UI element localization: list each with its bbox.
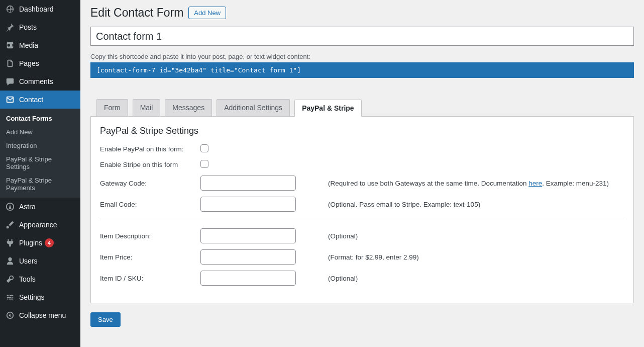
astra-icon <box>5 202 15 212</box>
main-content: Edit Contact Form Add New Copy this shor… <box>80 0 644 347</box>
menu-posts[interactable]: Posts <box>0 18 80 36</box>
menu-label: Astra <box>19 203 36 211</box>
menu-pages[interactable]: Pages <box>0 54 80 72</box>
save-button[interactable]: Save <box>90 312 121 327</box>
plugin-icon <box>5 238 15 248</box>
item-sku-note: (Optional) <box>328 275 358 282</box>
menu-appearance[interactable]: Appearance <box>0 216 80 234</box>
tab-additional-settings[interactable]: Additional Settings <box>217 99 290 116</box>
page-header: Edit Contact Form Add New <box>90 0 634 27</box>
email-code-input[interactable] <box>200 197 296 212</box>
email-code-label: Email Code: <box>100 201 200 208</box>
menu-label: Plugins <box>19 239 42 247</box>
mail-icon <box>5 95 15 105</box>
enable-stripe-label: Enable Stripe on this form <box>100 161 200 168</box>
tab-mail[interactable]: Mail <box>133 99 161 116</box>
tab-form[interactable]: Form <box>96 99 128 116</box>
item-description-note: (Optional) <box>328 232 358 240</box>
documentation-link[interactable]: here <box>528 180 542 187</box>
menu-label: Tools <box>19 275 36 283</box>
submenu-contact: Contact Forms Add New Integration PayPal… <box>0 109 80 198</box>
enable-paypal-checkbox[interactable] <box>200 144 208 152</box>
menu-label: Media <box>19 41 38 49</box>
submenu-integration[interactable]: Integration <box>0 139 80 152</box>
tab-paypal-stripe[interactable]: PayPal & Stripe <box>294 100 362 117</box>
item-description-label: Item Description: <box>100 232 200 240</box>
gateway-code-label: Gateway Code: <box>100 180 200 187</box>
note-text: . Example: menu-231) <box>542 180 609 187</box>
shortcode-hint: Copy this shortcode and paste it into yo… <box>90 53 634 60</box>
item-price-note: (Format: for $2.99, enter 2.99) <box>328 253 419 261</box>
menu-label: Comments <box>19 77 53 85</box>
item-price-input[interactable] <box>200 249 296 265</box>
note-text: (Required to use both Gateways at the sa… <box>328 180 528 187</box>
divider <box>100 219 624 219</box>
menu-label: Dashboard <box>19 5 54 13</box>
email-code-note: (Optional. Pass email to Stripe. Example… <box>328 201 480 208</box>
gateway-code-input[interactable] <box>200 176 296 191</box>
menu-settings[interactable]: Settings <box>0 288 80 306</box>
menu-media[interactable]: Media <box>0 36 80 54</box>
menu-contact[interactable]: Contact <box>0 91 80 109</box>
enable-stripe-checkbox[interactable] <box>200 160 208 168</box>
menu-label: Contact <box>19 96 43 104</box>
media-icon <box>5 40 15 50</box>
user-icon <box>5 256 15 266</box>
menu-collapse[interactable]: Collapse menu <box>0 306 80 324</box>
add-new-button[interactable]: Add New <box>188 7 226 19</box>
panel-heading: PayPal & Stripe Settings <box>100 126 624 136</box>
menu-users[interactable]: Users <box>0 252 80 270</box>
admin-sidebar: Dashboard Posts Media Pages Comments Con… <box>0 0 80 347</box>
menu-astra[interactable]: Astra <box>0 198 80 216</box>
form-title-input[interactable] <box>90 27 634 46</box>
settings-panel: PayPal & Stripe Settings Enable PayPal o… <box>90 116 634 303</box>
item-price-label: Item Price: <box>100 253 200 261</box>
sliders-icon <box>5 292 15 302</box>
pin-icon <box>5 22 15 32</box>
enable-paypal-label: Enable PayPal on this form: <box>100 145 200 153</box>
menu-label: Collapse menu <box>19 311 66 319</box>
tab-messages[interactable]: Messages <box>165 99 212 116</box>
menu-dashboard[interactable]: Dashboard <box>0 0 80 18</box>
brush-icon <box>5 220 15 230</box>
pages-icon <box>5 58 15 68</box>
submenu-contact-forms[interactable]: Contact Forms <box>0 112 80 125</box>
shortcode-display[interactable]: [contact-form-7 id="3e42ba4" title="Cont… <box>90 62 634 78</box>
comment-icon <box>5 76 15 86</box>
submenu-paypal-stripe-settings[interactable]: PayPal & Stripe Settings <box>0 152 80 173</box>
dashboard-icon <box>5 4 15 14</box>
item-sku-input[interactable] <box>200 271 296 286</box>
menu-label: Posts <box>19 23 37 31</box>
collapse-icon <box>5 310 15 320</box>
plugin-update-badge: 4 <box>45 238 54 247</box>
gateway-code-note: (Required to use both Gateways at the sa… <box>328 180 609 187</box>
page-title: Edit Contact Form <box>90 6 183 20</box>
menu-label: Pages <box>19 59 39 67</box>
submenu-add-new[interactable]: Add New <box>0 125 80 139</box>
item-description-input[interactable] <box>200 228 296 243</box>
menu-label: Settings <box>19 293 45 301</box>
item-sku-label: Item ID / SKU: <box>100 275 200 282</box>
wrench-icon <box>5 274 15 284</box>
menu-comments[interactable]: Comments <box>0 72 80 91</box>
menu-tools[interactable]: Tools <box>0 270 80 288</box>
menu-label: Appearance <box>19 221 57 229</box>
menu-label: Users <box>19 257 38 265</box>
tab-bar: Form Mail Messages Additional Settings P… <box>90 99 634 116</box>
menu-plugins[interactable]: Plugins 4 <box>0 234 80 252</box>
submenu-paypal-stripe-payments[interactable]: PayPal & Stripe Payments <box>0 173 80 195</box>
